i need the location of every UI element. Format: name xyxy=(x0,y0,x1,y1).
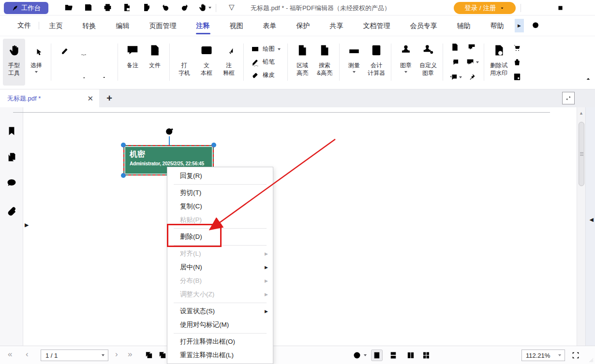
vertical-scrollbar[interactable]: ▲ xyxy=(577,107,585,346)
close-button[interactable] xyxy=(575,0,594,15)
page-check-icon[interactable] xyxy=(450,42,460,52)
previous-view-icon[interactable] xyxy=(144,350,154,360)
context-menu-item-5[interactable]: 对齐(L)▶ xyxy=(167,247,273,261)
textbox-button[interactable]: 文 本框 xyxy=(195,39,218,86)
zoom-in-icon[interactable] xyxy=(511,351,519,359)
tab-close-icon[interactable]: ✕ xyxy=(87,94,93,103)
menubar-tab-4[interactable]: 注释 xyxy=(196,15,210,36)
minimize-button[interactable] xyxy=(524,0,543,15)
hand-dropdown-caret[interactable] xyxy=(208,7,211,9)
previous-page-icon[interactable]: ‹ xyxy=(26,349,29,359)
export-page-icon[interactable] xyxy=(122,2,132,13)
search-icon[interactable] xyxy=(531,20,541,31)
bag-icon[interactable] xyxy=(512,58,522,67)
context-menu-item-9[interactable]: 设置状态(S)▶ xyxy=(167,305,273,318)
strikethrough-icon[interactable] xyxy=(59,68,71,79)
insert-caret-icon[interactable] xyxy=(99,68,110,79)
clock-dropdown-caret[interactable] xyxy=(364,354,367,356)
scrollbar-thumb[interactable] xyxy=(579,122,584,186)
facing-layout-button[interactable] xyxy=(405,349,416,361)
resize-grip-icon[interactable] xyxy=(587,356,594,363)
import-comments-icon[interactable] xyxy=(450,57,460,67)
list-gear-icon[interactable] xyxy=(512,72,522,82)
menubar-tab-8[interactable]: 共享 xyxy=(330,15,343,36)
menubar-tab-2[interactable]: 编辑 xyxy=(116,15,130,36)
pencil-button[interactable]: 铅笔 xyxy=(251,58,281,67)
search-highlight-button[interactable]: 搜索 &高亮 xyxy=(313,39,336,86)
file-attach-button[interactable]: 文件 xyxy=(144,39,166,86)
attachments-panel-icon[interactable] xyxy=(5,205,18,218)
area-highlight-button[interactable]: 区域 高亮 xyxy=(291,39,313,86)
menubar-tab-9[interactable]: 文档管理 xyxy=(363,15,390,36)
context-menu-item-10[interactable]: 使用对勾标记(M) xyxy=(167,318,273,332)
context-menu-item-0[interactable]: 回复(R) xyxy=(167,169,273,183)
keep-tool-pin-icon[interactable] xyxy=(467,72,477,82)
cart-icon[interactable] xyxy=(512,43,522,53)
calculator-button[interactable]: 会计 计算器 xyxy=(365,39,387,86)
first-page-icon[interactable]: « xyxy=(8,349,12,359)
bookmarks-panel-icon[interactable] xyxy=(5,125,18,137)
save-icon[interactable] xyxy=(83,2,93,13)
context-menu-item-2[interactable]: 复制(C) xyxy=(167,200,273,213)
menubar-tab-10[interactable]: 会员专享 xyxy=(410,15,437,36)
new-tab-button[interactable]: + xyxy=(102,89,117,107)
replace-text-icon[interactable] xyxy=(79,68,90,79)
menubar-tab-12[interactable]: 帮助 xyxy=(491,15,504,36)
context-menu-item-6[interactable]: 居中(N)▶ xyxy=(167,261,273,274)
highlight-pen-icon[interactable] xyxy=(59,45,71,57)
file-menu[interactable]: 文件 xyxy=(7,21,31,30)
stamp-button[interactable]: 图章 xyxy=(395,39,417,86)
right-panel-collapse-icon[interactable]: ◀ xyxy=(590,217,594,223)
menubar-tab-7[interactable]: 保护 xyxy=(297,15,310,36)
pages-panel-icon[interactable] xyxy=(5,151,18,163)
workspace-button[interactable]: 工作台 xyxy=(4,2,48,14)
read-mode-clock-icon[interactable] xyxy=(352,350,362,360)
hand-tool-button[interactable]: 手型 工具 xyxy=(3,39,25,86)
export-comments-icon[interactable] xyxy=(448,72,459,82)
next-view-icon[interactable] xyxy=(158,350,167,360)
page-number-box[interactable]: 1 / 1 xyxy=(41,349,108,361)
collapse-ribbon-icon[interactable] xyxy=(584,75,592,83)
redo-icon[interactable] xyxy=(179,2,190,13)
context-menu-item-1[interactable]: 剪切(T) xyxy=(167,186,273,200)
remove-watermark-button[interactable]: 删除试 用水印 xyxy=(488,39,510,86)
context-menu-item-11[interactable]: 打开注释弹出框(O) xyxy=(167,335,273,349)
menubar-tab-5[interactable]: 视图 xyxy=(230,15,243,36)
note-button[interactable]: 备注 xyxy=(121,39,144,86)
context-menu-item-8[interactable]: 调整大小(Z)▶ xyxy=(167,288,273,301)
context-menu-item-7[interactable]: 分布(B)▶ xyxy=(167,274,273,288)
menubar-tab-1[interactable]: 转换 xyxy=(83,15,96,36)
fullscreen-icon[interactable] xyxy=(571,350,580,360)
comment-settings-icon[interactable] xyxy=(465,57,476,67)
custom-stamp-button[interactable]: 自定义 图章 xyxy=(417,39,439,86)
summarize-comments-icon[interactable] xyxy=(467,42,477,52)
maximize-button[interactable] xyxy=(550,0,570,15)
context-menu-item-4[interactable]: 删除(D) xyxy=(167,230,273,244)
facing-continuous-layout-button[interactable] xyxy=(420,349,432,361)
measure-button[interactable]: 测量 xyxy=(343,39,365,86)
single-page-layout-button[interactable] xyxy=(371,349,383,361)
add-page-icon[interactable] xyxy=(142,2,152,13)
continuous-layout-button[interactable] xyxy=(387,349,399,361)
zoom-out-icon[interactable] xyxy=(434,351,443,359)
open-file-icon[interactable] xyxy=(64,2,74,13)
underline-text-icon[interactable] xyxy=(99,45,110,57)
context-menu-item-12[interactable]: 重置注释弹出框(L) xyxy=(167,349,273,362)
undo-icon[interactable] xyxy=(161,2,171,13)
callout-button[interactable]: 注 释框 xyxy=(218,39,240,86)
typewriter-button[interactable]: 打 字机 xyxy=(173,39,195,86)
last-page-icon[interactable]: » xyxy=(128,349,132,359)
resize-handle-bl[interactable] xyxy=(121,173,126,178)
print-icon[interactable] xyxy=(103,2,113,13)
document-tab[interactable]: 无标题.pdf * ✕ xyxy=(0,89,99,107)
menubar-tab-11[interactable]: 辅助 xyxy=(457,15,471,36)
sidebar-expand-icon[interactable]: ▶ xyxy=(25,222,29,228)
draw-button[interactable]: 绘图 xyxy=(251,44,281,54)
select-tool-button[interactable]: 选择 xyxy=(25,39,47,86)
menubar-tab-0[interactable]: 主页 xyxy=(49,15,63,36)
menubar-tab-6[interactable]: 表单 xyxy=(263,15,277,36)
menubar-tab-3[interactable]: 页面管理 xyxy=(149,15,177,36)
resize-handle-tr[interactable] xyxy=(211,143,216,147)
login-register-button[interactable]: 登录 / 注册 xyxy=(454,2,516,14)
collapse-toolbar-chevron-icon[interactable]: ▽ xyxy=(229,3,235,12)
